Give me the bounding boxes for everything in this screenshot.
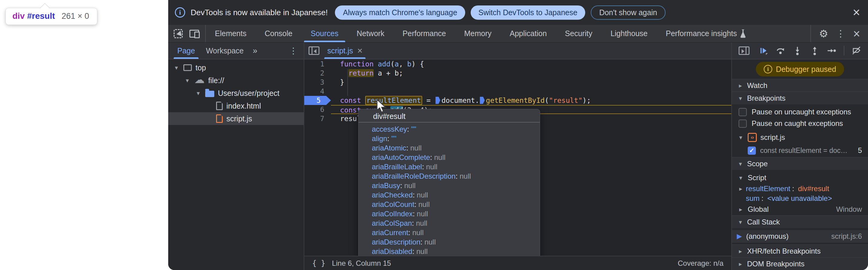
disclosure-icon[interactable] [184,77,191,84]
breakpoint-file-group[interactable]: ▾ ‹› script.js [732,131,868,144]
disclosure-icon: ▾ [737,134,744,141]
pretty-print-icon[interactable]: { } [312,259,325,268]
section-dom-breakpoints[interactable]: ▸ DOM Breakpoints [732,257,868,270]
line-number[interactable]: 3 [304,78,331,87]
pause-caught-row[interactable]: Pause on caught exceptions [732,118,868,129]
resume-script-icon[interactable] [758,45,768,56]
navigator-menu-icon[interactable]: ⋮ [289,46,299,56]
notification-close-icon[interactable]: × [852,6,860,19]
property-colon: : [412,247,416,256]
code-token: ) { [411,60,424,68]
tab-application[interactable]: Application [501,25,556,42]
inspect-element-icon[interactable] [174,29,183,38]
popup-property-row: ariaChecked: null [372,190,540,200]
tree-item-script-js[interactable]: script.js [168,112,304,125]
line-number[interactable]: 4 [304,87,331,96]
scope-global-group[interactable]: ▸ Global Window [732,203,868,215]
paused-info-icon: i [764,65,772,73]
main-tab-bar: ElementsConsoleSourcesNetworkPerformance… [168,25,868,42]
file-tab-scriptjs[interactable]: script.js × [324,42,366,59]
code-line-2[interactable]: 2 return a + b; [304,68,731,78]
hide-debugger-sidebar-icon[interactable] [739,47,749,55]
breakpoint-flag[interactable]: 5 [304,96,331,105]
var-value: <value unavailable> [767,194,832,203]
tab-performance[interactable]: Performance [393,25,455,42]
tab-elements[interactable]: Elements [206,25,255,42]
file-icon [216,102,223,110]
code-line-4[interactable]: 4 [304,87,731,96]
step-icon[interactable] [827,45,836,56]
tab-performance-insights[interactable]: Performance insights [657,25,755,42]
section-xhr-breakpoints[interactable]: ▸ XHR/fetch Breakpoints [732,244,868,257]
cursor-position: Line 6, Column 15 [332,259,391,268]
property-name: ariaBrailleLabel [372,162,422,171]
scope-var-sum[interactable]: sum: <value unavailable> [732,193,868,203]
code-token: = [422,96,435,104]
section-breakpoints[interactable]: ▾ Breakpoints [732,92,868,104]
inline-breakpoint-icon[interactable] [480,97,485,104]
scope-var-resultElement[interactable]: ▸ resultElement: div#result [732,184,868,193]
code-token: ( [390,60,395,68]
tree-item-top[interactable]: top [168,61,304,74]
step-out-icon[interactable] [810,45,819,56]
code-line-3[interactable]: 3} [304,78,731,87]
tab-page[interactable]: Page [173,42,199,59]
section-scope[interactable]: ▾ Scope [732,157,868,170]
tab-overflow-icon[interactable]: » [250,46,260,56]
code-token: resultElement [365,96,422,105]
disclosure-icon[interactable] [173,64,180,71]
property-name: ariaAutoComplete [372,153,430,161]
hide-navigator-icon[interactable] [309,47,319,55]
tab-memory[interactable]: Memory [455,25,500,42]
line-number[interactable]: 1 [304,59,331,68]
checkbox-unchecked[interactable] [739,120,747,128]
line-number[interactable]: 7 [304,114,331,123]
settings-gear-icon[interactable]: ⚙ [819,28,828,40]
checkbox-checked[interactable] [748,147,756,155]
tab-workspace[interactable]: Workspace [202,42,248,59]
tab-console[interactable]: Console [255,25,302,42]
dom-breakpoints-label: DOM Breakpoints [747,260,804,268]
tree-item-users-user-project[interactable]: Users/user/project [168,87,304,99]
step-into-icon[interactable] [793,45,802,56]
line-number[interactable]: 6 [304,105,331,114]
code-line-5[interactable]: 5const resultElement = document.getEleme… [304,96,731,105]
popup-property-row: ariaDescription: null [372,237,540,247]
section-call-stack[interactable]: ▾ Call Stack [732,215,868,228]
property-value: null [410,144,422,152]
pause-uncaught-row[interactable]: Pause on uncaught exceptions [732,106,868,118]
inline-breakpoint-icon[interactable] [435,97,440,104]
device-toolbar-icon[interactable] [189,30,199,38]
property-value: null [416,219,427,227]
checkbox-unchecked[interactable] [739,108,747,116]
switch-devtools-japanese-button[interactable]: Switch DevTools to Japanese [471,5,586,20]
tab-network[interactable]: Network [348,25,394,42]
deactivate-breakpoints-icon[interactable] [851,45,861,56]
line-number[interactable]: 2 [304,68,331,78]
property-colon: : [421,238,424,246]
tab-security[interactable]: Security [556,25,601,42]
frame-icon [183,64,192,71]
tree-item-file[interactable]: file:// [168,74,304,87]
section-watch[interactable]: ▸ Watch [732,79,868,92]
dont-show-again-button[interactable]: Don't show again [591,5,665,20]
file-tab-close-icon[interactable]: × [357,46,363,56]
tab-sources[interactable]: Sources [302,25,348,42]
scope-script-label: Script [748,174,766,182]
code-line-1[interactable]: 1function add(a, b) { [304,59,731,68]
tab-lighthouse[interactable]: Lighthouse [601,25,656,42]
step-over-icon[interactable] [776,45,785,56]
filejs-icon [216,114,223,123]
call-stack-frame[interactable]: ▶ (anonymous) script.js:6 [732,230,868,243]
code-editor[interactable]: 1function add(a, b) {2 return a + b;3}45… [304,59,731,270]
popup-property-row: ariaColIndex: null [372,209,540,218]
always-match-language-button[interactable]: Always match Chrome's language [335,5,465,20]
tree-item-index-html[interactable]: index.html [168,99,304,112]
scope-script-group[interactable]: ▾ Script [732,172,868,184]
property-value: null [416,247,428,256]
more-options-icon[interactable]: ⋮ [836,28,845,39]
devtools-close-icon[interactable]: × [853,28,860,40]
disclosure-icon[interactable] [195,90,202,97]
breakpoint-entry[interactable]: const resultElement = doc… 5 [732,144,868,157]
paused-badge-row: i Debugger paused [732,59,868,79]
